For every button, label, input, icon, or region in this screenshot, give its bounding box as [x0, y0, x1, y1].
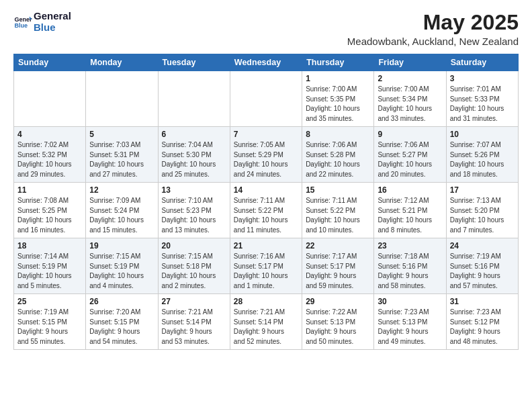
calendar-cell: 21Sunrise: 7:16 AM Sunset: 5:17 PM Dayli…: [230, 238, 302, 294]
calendar-cell: 26Sunrise: 7:20 AM Sunset: 5:15 PM Dayli…: [86, 294, 158, 350]
calendar-cell: [14, 71, 86, 127]
weekday-header-tuesday: Tuesday: [158, 54, 230, 71]
calendar-table: SundayMondayTuesdayWednesdayThursdayFrid…: [13, 54, 519, 350]
cell-content: Sunrise: 7:09 AM Sunset: 5:24 PM Dayligh…: [89, 196, 154, 235]
cell-content: Sunrise: 7:07 AM Sunset: 5:26 PM Dayligh…: [450, 140, 515, 179]
calendar-cell: [158, 71, 230, 127]
weekday-header-monday: Monday: [86, 54, 158, 71]
svg-text:Blue: Blue: [14, 22, 28, 29]
weekday-header-wednesday: Wednesday: [230, 54, 302, 71]
cell-content: Sunrise: 7:06 AM Sunset: 5:28 PM Dayligh…: [306, 140, 370, 179]
calendar-cell: 16Sunrise: 7:12 AM Sunset: 5:21 PM Dayli…: [374, 183, 446, 238]
day-number: 22: [306, 241, 370, 250]
cell-content: Sunrise: 7:05 AM Sunset: 5:29 PM Dayligh…: [234, 140, 298, 179]
logo-general: General: [34, 11, 71, 22]
day-number: 19: [89, 241, 154, 250]
weekday-header-row: SundayMondayTuesdayWednesdayThursdayFrid…: [14, 54, 519, 71]
calendar-cell: 29Sunrise: 7:22 AM Sunset: 5:13 PM Dayli…: [302, 294, 374, 350]
day-number: 20: [162, 241, 226, 250]
cell-content: Sunrise: 7:19 AM Sunset: 5:15 PM Dayligh…: [17, 308, 82, 347]
cell-content: Sunrise: 7:13 AM Sunset: 5:20 PM Dayligh…: [450, 196, 515, 235]
day-number: 18: [17, 241, 82, 250]
calendar-cell: 12Sunrise: 7:09 AM Sunset: 5:24 PM Dayli…: [86, 183, 158, 238]
cell-content: Sunrise: 7:11 AM Sunset: 5:22 PM Dayligh…: [234, 196, 298, 235]
calendar-cell: [86, 71, 158, 127]
day-number: 26: [89, 297, 154, 306]
calendar-cell: [230, 71, 302, 127]
cell-content: Sunrise: 7:02 AM Sunset: 5:32 PM Dayligh…: [17, 140, 82, 179]
cell-content: Sunrise: 7:23 AM Sunset: 5:12 PM Dayligh…: [450, 308, 515, 347]
cell-content: Sunrise: 7:22 AM Sunset: 5:13 PM Dayligh…: [306, 308, 370, 347]
page: General Blue General Blue May 2025 Meado…: [0, 0, 532, 361]
title-block: May 2025 Meadowbank, Auckland, New Zeala…: [347, 11, 519, 47]
day-number: 10: [450, 130, 515, 139]
day-number: 6: [162, 130, 226, 139]
week-row-5: 25Sunrise: 7:19 AM Sunset: 5:15 PM Dayli…: [14, 294, 519, 350]
day-number: 16: [378, 185, 442, 195]
week-row-1: 1Sunrise: 7:00 AM Sunset: 5:35 PM Daylig…: [14, 71, 519, 127]
calendar-cell: 5Sunrise: 7:03 AM Sunset: 5:31 PM Daylig…: [86, 127, 158, 183]
location: Meadowbank, Auckland, New Zealand: [347, 36, 519, 47]
cell-content: Sunrise: 7:06 AM Sunset: 5:27 PM Dayligh…: [378, 140, 442, 179]
day-number: 1: [306, 74, 370, 83]
cell-content: Sunrise: 7:15 AM Sunset: 5:19 PM Dayligh…: [89, 252, 154, 291]
calendar-cell: 31Sunrise: 7:23 AM Sunset: 5:12 PM Dayli…: [446, 294, 518, 350]
cell-content: Sunrise: 7:16 AM Sunset: 5:17 PM Dayligh…: [234, 252, 298, 291]
calendar-cell: 28Sunrise: 7:21 AM Sunset: 5:14 PM Dayli…: [230, 294, 302, 350]
week-row-4: 18Sunrise: 7:14 AM Sunset: 5:19 PM Dayli…: [14, 238, 519, 294]
day-number: 5: [89, 130, 154, 139]
calendar-cell: 25Sunrise: 7:19 AM Sunset: 5:15 PM Dayli…: [14, 294, 86, 350]
day-number: 31: [450, 297, 515, 306]
logo: General Blue General Blue: [13, 11, 71, 33]
calendar-cell: 22Sunrise: 7:17 AM Sunset: 5:17 PM Dayli…: [302, 238, 374, 294]
day-number: 4: [17, 130, 82, 139]
calendar-cell: 30Sunrise: 7:23 AM Sunset: 5:13 PM Dayli…: [374, 294, 446, 350]
day-number: 11: [17, 185, 82, 195]
day-number: 14: [234, 185, 298, 195]
day-number: 27: [162, 297, 226, 306]
day-number: 3: [450, 74, 515, 83]
day-number: 25: [17, 297, 82, 306]
weekday-header-thursday: Thursday: [302, 54, 374, 71]
cell-content: Sunrise: 7:11 AM Sunset: 5:22 PM Dayligh…: [306, 196, 370, 235]
calendar-cell: 19Sunrise: 7:15 AM Sunset: 5:19 PM Dayli…: [86, 238, 158, 294]
calendar-cell: 11Sunrise: 7:08 AM Sunset: 5:25 PM Dayli…: [14, 183, 86, 238]
calendar-cell: 15Sunrise: 7:11 AM Sunset: 5:22 PM Dayli…: [302, 183, 374, 238]
day-number: 7: [234, 130, 298, 139]
calendar-cell: 7Sunrise: 7:05 AM Sunset: 5:29 PM Daylig…: [230, 127, 302, 183]
cell-content: Sunrise: 7:17 AM Sunset: 5:17 PM Dayligh…: [306, 252, 370, 291]
day-number: 30: [378, 297, 442, 306]
calendar-cell: 24Sunrise: 7:19 AM Sunset: 5:16 PM Dayli…: [446, 238, 518, 294]
calendar-cell: 3Sunrise: 7:01 AM Sunset: 5:33 PM Daylig…: [446, 71, 518, 127]
calendar-cell: 17Sunrise: 7:13 AM Sunset: 5:20 PM Dayli…: [446, 183, 518, 238]
calendar-cell: 4Sunrise: 7:02 AM Sunset: 5:32 PM Daylig…: [14, 127, 86, 183]
month-title: May 2025: [347, 11, 519, 34]
cell-content: Sunrise: 7:12 AM Sunset: 5:21 PM Dayligh…: [378, 196, 442, 235]
cell-content: Sunrise: 7:23 AM Sunset: 5:13 PM Dayligh…: [378, 308, 442, 347]
cell-content: Sunrise: 7:14 AM Sunset: 5:19 PM Dayligh…: [17, 252, 82, 291]
calendar-cell: 1Sunrise: 7:00 AM Sunset: 5:35 PM Daylig…: [302, 71, 374, 127]
header: General Blue General Blue May 2025 Meado…: [13, 11, 519, 47]
cell-content: Sunrise: 7:00 AM Sunset: 5:34 PM Dayligh…: [378, 85, 442, 124]
cell-content: Sunrise: 7:03 AM Sunset: 5:31 PM Dayligh…: [89, 140, 154, 179]
calendar-cell: 20Sunrise: 7:15 AM Sunset: 5:18 PM Dayli…: [158, 238, 230, 294]
cell-content: Sunrise: 7:18 AM Sunset: 5:16 PM Dayligh…: [378, 252, 442, 291]
day-number: 9: [378, 130, 442, 139]
calendar-cell: 23Sunrise: 7:18 AM Sunset: 5:16 PM Dayli…: [374, 238, 446, 294]
calendar-cell: 8Sunrise: 7:06 AM Sunset: 5:28 PM Daylig…: [302, 127, 374, 183]
day-number: 17: [450, 185, 515, 195]
calendar-cell: 6Sunrise: 7:04 AM Sunset: 5:30 PM Daylig…: [158, 127, 230, 183]
cell-content: Sunrise: 7:10 AM Sunset: 5:23 PM Dayligh…: [162, 196, 226, 235]
calendar-cell: 9Sunrise: 7:06 AM Sunset: 5:27 PM Daylig…: [374, 127, 446, 183]
calendar-cell: 10Sunrise: 7:07 AM Sunset: 5:26 PM Dayli…: [446, 127, 518, 183]
cell-content: Sunrise: 7:08 AM Sunset: 5:25 PM Dayligh…: [17, 196, 82, 235]
calendar-cell: 14Sunrise: 7:11 AM Sunset: 5:22 PM Dayli…: [230, 183, 302, 238]
day-number: 23: [378, 241, 442, 250]
day-number: 8: [306, 130, 370, 139]
weekday-header-friday: Friday: [374, 54, 446, 71]
cell-content: Sunrise: 7:01 AM Sunset: 5:33 PM Dayligh…: [450, 85, 515, 124]
day-number: 29: [306, 297, 370, 306]
day-number: 12: [89, 185, 154, 195]
cell-content: Sunrise: 7:19 AM Sunset: 5:16 PM Dayligh…: [450, 252, 515, 291]
day-number: 15: [306, 185, 370, 195]
